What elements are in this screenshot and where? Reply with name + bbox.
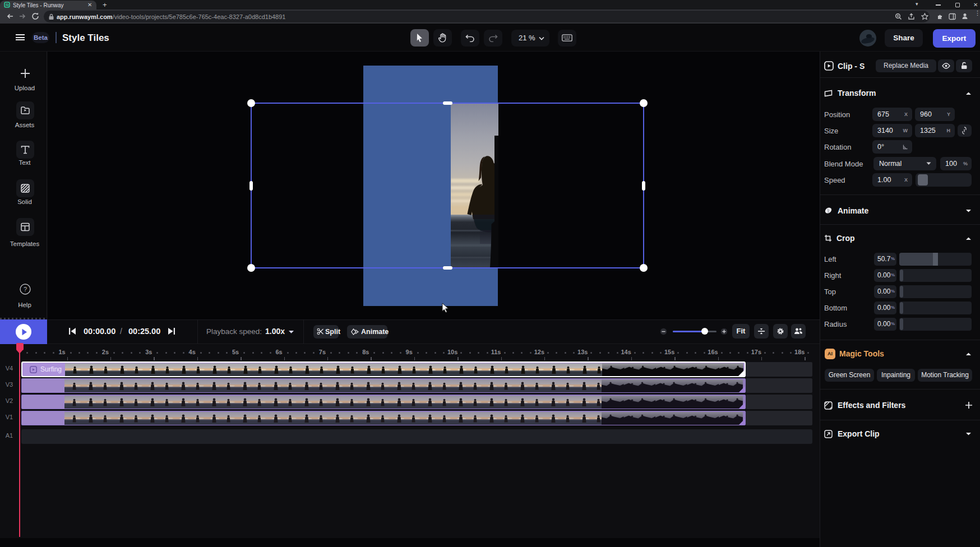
svg-text:?: ? xyxy=(24,286,27,293)
